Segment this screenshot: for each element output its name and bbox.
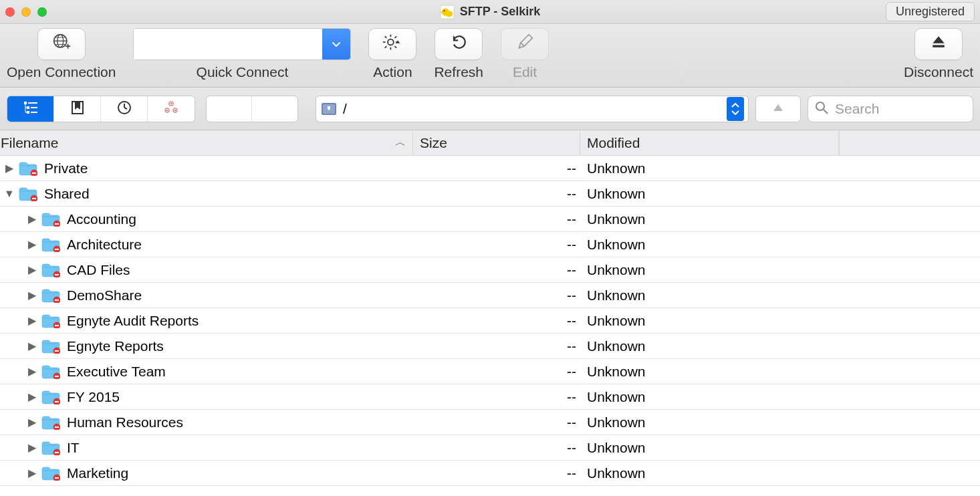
table-row[interactable]: ▶Executive Team--Unknown [0,359,980,384]
go-up-button[interactable] [755,96,801,122]
table-row[interactable]: ▶Egnyte Reports--Unknown [0,334,980,359]
window-title: SFTP - Selkirk [0,5,980,19]
folder-icon [41,288,60,303]
disclosure-triangle[interactable]: ▶ [25,314,39,327]
table-row[interactable]: ▶FY 2015--Unknown [0,384,980,410]
disclosure-triangle[interactable]: ▶ [25,365,39,378]
bonjour-view-button[interactable] [148,96,195,122]
file-modified: Unknown [580,287,839,303]
disconnect-button[interactable] [914,28,963,60]
disclosure-triangle[interactable]: ▶ [25,213,39,225]
search-input[interactable] [834,100,966,118]
file-modified: Unknown [580,338,839,354]
folder-icon [41,314,60,328]
bookmarks-view-button[interactable] [54,96,101,122]
file-modified: Unknown [580,237,839,253]
disclosure-triangle[interactable]: ▶ [25,390,39,403]
table-row[interactable]: ▶Human Resources--Unknown [0,410,980,435]
history-view-button[interactable] [101,96,148,122]
file-size: -- [413,211,580,227]
table-row[interactable]: ▶Marketing--Unknown [0,461,980,486]
table-row[interactable]: ▶Private--Unknown [0,156,980,181]
table-row[interactable]: ▶Egnyte Audit Reports--Unknown [0,308,980,334]
disclosure-triangle[interactable]: ▶ [25,467,39,479]
sort-ascending-icon: ︿ [395,136,406,150]
search-box[interactable] [808,96,973,122]
svg-rect-52 [55,249,59,250]
disclosure-triangle[interactable]: ▶ [25,263,39,276]
svg-rect-23 [28,102,37,104]
disk-icon [320,100,338,118]
svg-rect-22 [24,102,27,104]
disconnect-label: Disconnect [904,64,973,80]
svg-rect-66 [55,426,59,428]
quick-connect-combo[interactable] [133,28,351,60]
pencil-icon [515,33,534,56]
column-header-filename[interactable]: Filename ︿ [0,130,413,155]
bonjour-icon [163,100,179,118]
svg-rect-70 [55,477,59,479]
file-size: -- [413,186,580,202]
file-modified: Unknown [580,262,839,278]
file-list[interactable]: ▶Private--Unknown▼Shared--Unknown▶Accoun… [0,156,980,486]
nav-back-button[interactable] [207,96,252,122]
svg-point-1 [441,8,449,15]
quick-connect-dropdown[interactable] [322,29,350,59]
file-name: Private [44,160,88,176]
column-header-size[interactable]: Size [413,130,580,155]
svg-rect-60 [55,350,59,352]
column-header-modified[interactable]: Modified [580,130,839,155]
globe-plus-icon [52,33,71,56]
disclosure-triangle[interactable]: ▶ [25,416,39,428]
svg-line-17 [395,36,397,38]
file-modified: Unknown [580,313,839,329]
path-combo[interactable]: / [316,96,749,122]
table-row[interactable]: ▶Accounting--Unknown [0,207,980,232]
column-filename-label: Filename [1,135,58,151]
column-modified-label: Modified [587,135,640,151]
table-row[interactable]: ▶Architecture--Unknown [0,232,980,257]
window-controls [5,7,47,17]
quick-connect-label: Quick Connect [197,64,289,80]
window-title-text: SFTP - Selkirk [460,5,541,19]
svg-rect-24 [27,106,29,109]
table-row[interactable]: ▶CAD Files--Unknown [0,257,980,283]
svg-point-2 [443,10,445,11]
quick-connect-input[interactable] [134,29,322,59]
file-name: CAD Files [67,262,130,278]
file-name: Human Resources [67,414,183,430]
folder-icon [19,161,37,176]
file-name: FY 2015 [67,389,120,405]
minimize-window-button[interactable] [21,7,31,17]
refresh-button[interactable] [435,28,483,60]
nav-forward-button[interactable] [252,96,297,122]
folder-icon [41,212,60,227]
disclosure-triangle[interactable]: ▶ [3,162,16,174]
action-label: Action [373,64,412,80]
action-button[interactable] [368,28,416,60]
file-size: -- [413,237,580,253]
disclosure-triangle[interactable]: ▶ [25,289,39,301]
column-size-label: Size [420,135,447,151]
disclosure-triangle[interactable]: ▼ [3,188,16,200]
file-name: DemoShare [67,287,142,303]
table-row[interactable]: ▶IT--Unknown [0,435,980,461]
unregistered-button[interactable]: Unregistered [886,2,975,21]
path-text: / [343,101,347,117]
table-row[interactable]: ▶DemoShare--Unknown [0,283,980,308]
refresh-icon [449,33,468,56]
zoom-window-button[interactable] [37,7,47,17]
file-modified: Unknown [580,364,839,380]
close-window-button[interactable] [5,7,15,17]
clock-icon [116,100,132,118]
disclosure-triangle[interactable]: ▶ [25,340,39,352]
open-connection-button[interactable] [37,28,86,60]
view-outline-button[interactable] [7,96,54,122]
folder-icon [19,187,37,201]
disclosure-triangle[interactable]: ▶ [25,441,39,454]
file-name: Architecture [67,237,142,253]
path-stepper[interactable] [727,97,744,121]
svg-rect-68 [55,452,59,453]
table-row[interactable]: ▼Shared--Unknown [0,181,980,207]
disclosure-triangle[interactable]: ▶ [25,238,39,251]
